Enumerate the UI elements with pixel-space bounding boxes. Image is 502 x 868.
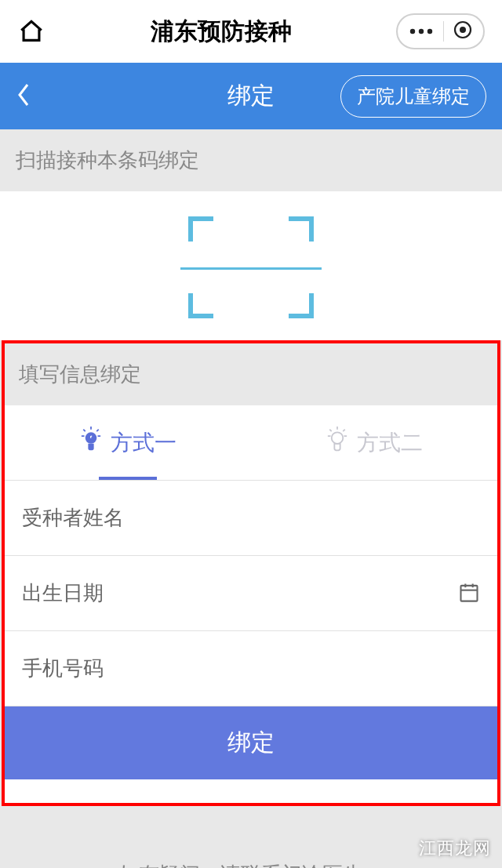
tab-method-1[interactable]: 方式一 (5, 405, 251, 480)
fill-section-header: 填写信息绑定 (5, 343, 497, 405)
scan-section-header: 扫描接种本条码绑定 (0, 129, 502, 191)
method-tabs: 方式一 方式二 (5, 405, 497, 481)
more-icon[interactable] (409, 24, 434, 38)
nav-bar: 绑定 产院儿童绑定 (0, 63, 502, 129)
tab-label: 方式二 (357, 428, 423, 458)
scan-frame-icon (188, 216, 314, 318)
watermark: 江西龙网 (419, 837, 491, 860)
target-icon[interactable] (453, 20, 472, 42)
home-icon[interactable] (17, 17, 45, 45)
tab-label: 方式一 (111, 428, 176, 458)
svg-line-6 (83, 430, 85, 431)
svg-line-7 (96, 430, 98, 431)
system-bar: 浦东预防接种 (0, 0, 502, 63)
svg-line-12 (329, 430, 331, 431)
hospital-child-bind-button[interactable]: 产院儿童绑定 (340, 75, 486, 118)
bulb-icon (326, 427, 349, 459)
fill-info-section: 填写信息绑定 方式一 (2, 340, 500, 806)
phone-field[interactable]: 手机号码 (5, 631, 497, 706)
field-label: 受种者姓名 (22, 504, 124, 532)
capsule-divider (443, 21, 444, 42)
svg-line-13 (343, 430, 344, 431)
system-title: 浦东预防接种 (45, 16, 396, 48)
bulb-icon (79, 427, 103, 459)
capsule-menu (396, 13, 485, 49)
svg-point-2 (427, 29, 432, 34)
svg-point-16 (332, 432, 344, 444)
field-label: 出生日期 (22, 579, 104, 607)
submit-button[interactable]: 绑定 (5, 706, 497, 779)
svg-rect-17 (461, 585, 478, 601)
name-field[interactable]: 受种者姓名 (5, 481, 497, 556)
scan-area[interactable] (0, 191, 502, 340)
field-label: 手机号码 (22, 655, 104, 682)
svg-point-4 (460, 27, 466, 33)
svg-point-0 (410, 29, 415, 34)
svg-point-1 (419, 29, 424, 34)
birth-date-field[interactable]: 出生日期 (5, 556, 497, 631)
spacer (5, 779, 497, 803)
back-icon[interactable] (16, 82, 31, 111)
tab-method-2[interactable]: 方式二 (251, 405, 497, 480)
nav-title: 绑定 (227, 80, 275, 112)
calendar-icon (458, 581, 480, 606)
